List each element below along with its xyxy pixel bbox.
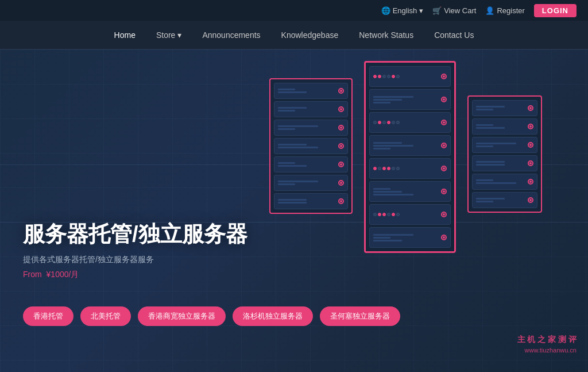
server-unit	[274, 175, 348, 191]
server-racks-container	[269, 61, 542, 253]
nav-label-knowledgebase: Knowledgebase	[281, 30, 339, 40]
server-led	[338, 180, 344, 186]
nav-item-network-status[interactable]: Network Status	[359, 30, 413, 40]
server-unit	[369, 227, 451, 248]
server-rack-right	[467, 95, 542, 213]
server-led	[528, 142, 533, 148]
nav-label-contact: Contact Us	[434, 30, 474, 40]
hero-subtitle: 提供各式服务器托管/独立服务器服务	[23, 255, 247, 265]
nav-item-home[interactable]: Home	[114, 30, 136, 40]
tag-btn-hongkong-server[interactable]: 香港商宽独立服务器	[138, 306, 226, 326]
server-led	[338, 162, 344, 167]
server-unit	[369, 158, 451, 179]
server-led	[528, 105, 533, 111]
server-led	[338, 198, 344, 204]
server-unit	[369, 204, 451, 225]
server-led	[441, 97, 447, 102]
server-unit	[274, 83, 348, 99]
nav-label-network-status: Network Status	[359, 30, 413, 40]
nav-label-announcements: Announcements	[202, 30, 260, 40]
main-navbar: Home Store ▾ Announcements Knowledgebase…	[0, 21, 588, 49]
hero-text-block: 服务器托管/独立服务器 提供各式服务器托管/独立服务器服务 From ¥1000…	[23, 220, 247, 280]
server-led	[441, 120, 447, 125]
language-label: English	[393, 6, 417, 15]
nav-label-home: Home	[114, 30, 136, 40]
store-chevron-icon: ▾	[177, 30, 181, 40]
hero-price: From ¥1000/月	[23, 270, 247, 280]
tag-btn-northamerica-hosting[interactable]: 北美托管	[80, 306, 131, 326]
nav-item-knowledgebase[interactable]: Knowledgebase	[281, 30, 339, 40]
language-selector[interactable]: 🌐 English ▾	[381, 6, 424, 15]
server-unit	[274, 156, 348, 172]
watermark-line1: 主 机 之 家 测 评	[517, 333, 577, 346]
server-unit	[369, 89, 451, 110]
server-unit	[472, 118, 537, 135]
server-led	[441, 166, 447, 171]
hero-section: 服务器托管/独立服务器 提供各式服务器托管/独立服务器服务 From ¥1000…	[0, 49, 588, 372]
server-led	[528, 160, 533, 166]
server-unit	[369, 112, 451, 133]
user-icon: 👤	[485, 6, 494, 15]
tag-btn-la-server[interactable]: 洛杉机独立服务器	[233, 306, 313, 326]
server-rack-left	[269, 78, 353, 214]
price-from-label: From	[23, 270, 42, 279]
register-label: Register	[497, 6, 524, 15]
server-unit	[472, 192, 537, 208]
register-link[interactable]: 👤 Register	[485, 6, 524, 15]
server-led	[441, 235, 447, 240]
server-led	[528, 197, 533, 203]
server-led	[441, 212, 447, 217]
server-unit	[274, 120, 348, 136]
top-bar: 🌐 English ▾ 🛒 View Cart 👤 Register LOGIN	[0, 0, 588, 21]
watermark: 主 机 之 家 测 评 www.tiuzhanwu.cn	[517, 333, 577, 355]
globe-icon: 🌐	[381, 6, 390, 15]
server-led	[338, 106, 344, 112]
nav-label-store: Store	[156, 30, 175, 40]
server-unit	[472, 155, 537, 171]
cart-icon: 🛒	[432, 6, 442, 15]
tag-btn-sanjose-server[interactable]: 圣何塞独立服务器	[320, 306, 400, 326]
nav-item-contact[interactable]: Contact Us	[434, 30, 474, 40]
server-unit	[472, 174, 537, 190]
nav-item-store[interactable]: Store ▾	[156, 30, 181, 40]
server-unit	[274, 101, 348, 117]
server-unit	[472, 137, 537, 153]
watermark-line2: www.tiuzhanwu.cn	[517, 346, 577, 355]
server-led	[441, 189, 447, 194]
server-led	[338, 125, 344, 131]
server-led	[441, 74, 447, 79]
login-button[interactable]: LOGIN	[534, 4, 577, 17]
tag-btn-hongkong-hosting[interactable]: 香港托管	[23, 306, 74, 326]
server-unit	[472, 100, 537, 116]
chevron-down-icon: ▾	[419, 6, 423, 15]
server-led	[528, 179, 533, 185]
server-led	[338, 143, 344, 149]
tag-buttons-row: 香港托管 北美托管 香港商宽独立服务器 洛杉机独立服务器 圣何塞独立服务器	[23, 306, 400, 326]
server-led	[528, 124, 533, 129]
nav-item-announcements[interactable]: Announcements	[202, 30, 260, 40]
server-unit	[274, 138, 348, 154]
server-unit	[274, 193, 348, 209]
server-unit	[369, 135, 451, 156]
server-unit	[369, 66, 451, 87]
view-cart-link[interactable]: 🛒 View Cart	[432, 6, 476, 15]
view-cart-label: View Cart	[444, 6, 476, 15]
hero-title: 服务器托管/独立服务器	[23, 220, 247, 249]
server-rack-center	[364, 61, 456, 253]
price-value: ¥1000/月	[47, 270, 79, 279]
server-unit	[369, 181, 451, 202]
server-led	[338, 88, 344, 94]
server-led	[441, 143, 447, 148]
